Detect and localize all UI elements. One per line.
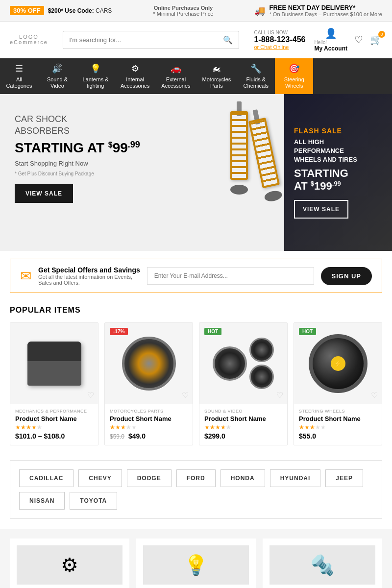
product-price-3: $299.0 <box>204 432 282 440</box>
nav-fluids[interactable]: 🔧 Fluids &Chemicals <box>237 58 275 94</box>
popular-items-title: POPULAR ITEMS <box>10 306 382 315</box>
product-image-1: ♡ <box>10 323 98 404</box>
nav-label-lanterns: Lanterns &lighting <box>82 76 108 89</box>
lightbulb-icon: 💡 <box>90 63 101 74</box>
flash-label: FLASH SALE <box>294 127 382 135</box>
nav-steering[interactable]: 🎯 SteeringWheels <box>275 58 313 94</box>
nav-label-motorcycles: MotorcyclesParts <box>202 76 231 89</box>
nav-sound-video[interactable]: 🔊 Sound &Video <box>38 58 76 94</box>
nav-lanterns[interactable]: 💡 Lanterns &lighting <box>76 58 115 94</box>
white-product-card-2[interactable]: 💡 WHITE PRODUCTS Product Short N <box>136 539 256 588</box>
nav-internal-accessories[interactable]: ⚙ InternalAccessories <box>115 58 155 94</box>
brand-cadillac[interactable]: CADILLAC <box>19 469 74 487</box>
product-card-3[interactable]: HOT ♡ SOUND & VIDEO Product Short Name ★… <box>199 322 288 445</box>
main-nav: ☰ AllCategories 🔊 Sound &Video 💡 Lantern… <box>0 58 392 94</box>
brand-jeep[interactable]: JEEP <box>325 469 363 487</box>
speaker-large-1 <box>213 346 247 381</box>
wishlist-icon-2[interactable]: ♡ <box>182 391 189 400</box>
speaker-small-1 <box>249 338 274 362</box>
speaker-small-2 <box>249 365 274 389</box>
header-icons: 👤 Hello! My Account ♡ 🛒 0 <box>314 27 382 52</box>
motorcycle-icon: 🏍 <box>212 64 221 74</box>
product-stars-2: ★★★★★ <box>110 424 188 431</box>
product-price-2: $59.0 $49.0 <box>110 432 188 440</box>
search-button[interactable]: 🔍 <box>217 31 239 49</box>
brand-chevy[interactable]: CHEVY <box>78 469 122 487</box>
account-label: Hello! My Account <box>314 39 347 52</box>
search-input[interactable] <box>63 32 217 48</box>
signup-button[interactable]: SIGN UP <box>321 267 372 285</box>
product-name-4: Product Short Name <box>299 415 377 422</box>
product-image-4: HOT ⚡ ♡ <box>294 323 382 404</box>
call-us-block: CALL US NOW 1-888-123-456 or Chat Online <box>254 30 305 50</box>
header-right: CALL US NOW 1-888-123-456 or Chat Online… <box>254 27 382 52</box>
email-icon: ✉ <box>20 268 31 284</box>
promo-text: $200* Use Code: CARS <box>48 7 112 14</box>
product-stars-3: ★★★★★ <box>204 424 282 431</box>
nav-label-sound: Sound &Video <box>47 76 68 89</box>
product-badge-2: -17% <box>110 328 128 335</box>
nav-external-accessories[interactable]: 🚗 ExternalAccessories <box>155 58 196 94</box>
brand-nissan[interactable]: NISSAN <box>19 492 65 510</box>
product-info-3: SOUND & VIDEO Product Short Name ★★★★★ $… <box>199 404 287 445</box>
product-name-2: Product Short Name <box>110 415 188 422</box>
product-card-2[interactable]: -17% ♡ MOTORCYCLES PARTS Product Short N… <box>104 322 193 445</box>
product-badge-3: HOT <box>204 328 221 335</box>
nav-all-categories[interactable]: ☰ AllCategories <box>0 58 38 94</box>
hero-view-sale-button[interactable]: VIEW SALE <box>15 184 73 203</box>
brand-hyundai[interactable]: HYUNDAI <box>270 469 321 487</box>
product-stars-1: ★★★★★ <box>15 424 93 431</box>
flash-view-sale-button[interactable]: VIEW SALE <box>294 200 348 219</box>
product-name-3: Product Short Name <box>204 415 282 422</box>
old-price-2: $59.0 <box>110 433 124 440</box>
wishlist-icon-3[interactable]: ♡ <box>276 391 283 400</box>
email-signup-section: ✉ Get Special Offers and Savings Get all… <box>10 259 382 293</box>
nav-label-external: ExternalAccessories <box>161 76 190 89</box>
product-info-1: MECHANICS & PERFORMANCE Product Short Na… <box>10 404 98 445</box>
hero-left: Car ShockAbsorbers STARTING AT $99.99 St… <box>0 94 284 251</box>
product-badge-4: HOT <box>299 328 316 335</box>
top-banner: 30% OFF $200* Use Code: CARS Online Purc… <box>0 0 392 22</box>
cart-button[interactable]: 🛒 0 <box>370 34 382 46</box>
steering-icon: 🎯 <box>289 63 299 74</box>
hero-section: Car ShockAbsorbers STARTING AT $99.99 St… <box>0 94 392 251</box>
product-category-3: SOUND & VIDEO <box>204 409 282 414</box>
speaker-icon: 🔊 <box>52 63 63 74</box>
brands-grid: CADILLAC CHEVY DODGE FORD HONDA HYUNDAI … <box>19 469 373 510</box>
product-category-2: MOTORCYCLES PARTS <box>110 409 188 414</box>
flash-sale-content: FLASH SALE ALL HIGHPERFORMANCEWHEELS AND… <box>294 127 382 219</box>
product-image-2: -17% ♡ <box>105 323 193 404</box>
email-input-wrap <box>147 267 314 285</box>
hero-right: FLASH SALE ALL HIGHPERFORMANCEWHEELS AND… <box>284 94 392 251</box>
wishlist-button[interactable]: ♡ <box>354 34 363 46</box>
account-button[interactable]: 👤 Hello! My Account <box>314 27 347 52</box>
logo: LOGO eCommerce <box>10 34 48 45</box>
wishlist-icon-4[interactable]: ♡ <box>371 391 378 400</box>
white-product-card-3[interactable]: 🔩 WHITE PRODUCTS Product Short N <box>263 539 382 588</box>
search-bar[interactable]: 🔍 <box>63 31 239 49</box>
nav-label-all: AllCategories <box>6 76 32 89</box>
product-price-1: $101.0 – $108.0 <box>15 432 93 440</box>
product-card-4[interactable]: HOT ⚡ ♡ STEERING WHEELS Product Short Na… <box>294 322 382 445</box>
brand-toyota[interactable]: TOYOTA <box>70 492 117 510</box>
email-input[interactable] <box>147 267 314 285</box>
white-product-card-1[interactable]: ⚙ WHITE PRODUCTS Product Short N <box>10 539 129 588</box>
brand-ford[interactable]: FORD <box>176 469 216 487</box>
brand-dodge[interactable]: DODGE <box>127 469 172 487</box>
white-product-image-1: ⚙ <box>17 545 122 585</box>
product-card-1[interactable]: ♡ MECHANICS & PERFORMANCE Product Short … <box>10 322 98 445</box>
wishlist-icon-1[interactable]: ♡ <box>87 391 94 400</box>
chat-link[interactable]: or Chat Online <box>254 44 305 50</box>
white-product-image-3: 🔩 <box>270 545 375 585</box>
product-info-4: STEERING WHEELS Product Short Name ★★★★★… <box>294 404 382 445</box>
truck-icon: 🚚 <box>254 5 265 16</box>
car-icon: 🚗 <box>171 63 181 74</box>
product-category-4: STEERING WHEELS <box>299 409 377 414</box>
brands-section: CADILLAC CHEVY DODGE FORD HONDA HYUNDAI … <box>10 460 382 519</box>
nav-motorcycles[interactable]: 🏍 MotorcyclesParts <box>196 58 237 94</box>
product-price-4: $55.0 <box>299 432 377 440</box>
product-image-3: HOT ♡ <box>199 323 287 404</box>
brand-honda[interactable]: HONDA <box>220 469 265 487</box>
products-grid: ♡ MECHANICS & PERFORMANCE Product Short … <box>10 322 382 445</box>
flash-price: STARTINGAT $199.99 <box>294 167 382 193</box>
